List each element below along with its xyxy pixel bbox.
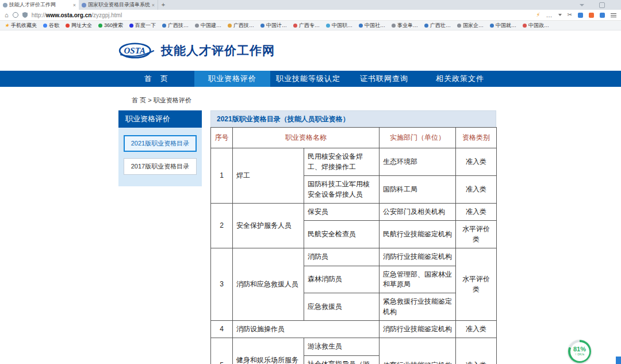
extensions-grid-icon[interactable] xyxy=(600,13,605,18)
row-category: 健身和娱乐场所服务人员 xyxy=(233,338,304,364)
bookmark-favicon xyxy=(98,24,102,28)
bookmark-item[interactable]: 中国政… xyxy=(523,22,549,29)
bookmark-label: 360搜索 xyxy=(104,22,123,29)
row-dept: 生态环境部 xyxy=(379,148,456,176)
bookmark-label: 广西壮… xyxy=(430,22,451,29)
tab-list-caret-icon[interactable] xyxy=(580,4,584,6)
url-scheme: http:// xyxy=(32,12,46,18)
breadcrumb-home-link[interactable]: 首 页 xyxy=(132,97,146,104)
menu-hamburger-icon[interactable] xyxy=(611,13,616,17)
tab-close-icon[interactable]: × xyxy=(152,2,155,8)
bookmark-item[interactable]: 360搜索 xyxy=(98,22,123,29)
bookmark-favicon xyxy=(359,24,363,28)
nav-item-qualification[interactable]: 职业资格评价 xyxy=(194,71,270,87)
row-type: 准入类 xyxy=(456,321,497,338)
row-type: 水平评价类 xyxy=(456,248,497,321)
bookmark-favicon xyxy=(293,24,297,28)
tab-title: 技能人才评价工作网 xyxy=(9,1,71,9)
bookmark-label: 百度一下 xyxy=(135,22,156,29)
row-name: 民用核安全设备焊工、焊接操作工 xyxy=(304,148,379,176)
edge-sidebar-handle[interactable] xyxy=(616,357,621,364)
speed-ball-inner: 81% ↑ 0K/s xyxy=(570,342,589,361)
sidebar-item-2021-catalog[interactable]: 2021版职业资格目录 xyxy=(124,135,197,152)
bookmark-label: 中国计… xyxy=(266,22,287,29)
sidebar: 职业资格评价 2021版职业资格目录 2017版职业资格目录 xyxy=(118,110,202,186)
bookmark-label: 事业单… xyxy=(397,22,418,29)
nav-item-policy[interactable]: 相关政策文件 xyxy=(422,71,498,87)
bookmark-item[interactable]: 中国社… xyxy=(359,22,385,29)
col-header-no: 序号 xyxy=(211,128,233,148)
breadcrumb-separator: > xyxy=(148,97,151,104)
tab-close-icon[interactable]: × xyxy=(73,2,76,8)
bookmark-item[interactable]: 中国职… xyxy=(326,22,352,29)
table-row: 4 消防设施操作员 消防行业技能鉴定机构 准入类 xyxy=(211,321,497,338)
new-tab-button[interactable]: + xyxy=(158,0,168,10)
accelerator-lightning-icon[interactable]: ⚡ xyxy=(536,12,540,18)
nav-item-skill-level[interactable]: 职业技能等级认定 xyxy=(270,71,346,87)
bookmark-favicon xyxy=(490,24,494,28)
bookmarks-bar: ★手机收藏夹 谷歌 网址大全 360搜索 百度一下 广西技… 中国建… 广西技…… xyxy=(0,21,621,30)
bookmark-favicon xyxy=(326,24,330,28)
row-name: 游泳救生员 xyxy=(304,338,379,355)
bookmark-item[interactable]: 中国计… xyxy=(260,22,287,29)
bookmark-item[interactable]: 广西专… xyxy=(293,22,320,29)
nav-item-home[interactable]: 首 页 xyxy=(118,71,194,87)
row-type: 准入类 xyxy=(456,148,497,176)
table-row: 2 安全保护服务人员 保安员 公安部门及相关机构 准入类 xyxy=(211,203,497,220)
row-name: 消防员 xyxy=(304,248,379,266)
speed-percent: 81% xyxy=(573,346,586,352)
row-dept: 国防科工局 xyxy=(379,176,456,204)
speed-rate: ↑ 0K/s xyxy=(575,352,585,357)
bookmark-item[interactable]: 中国就… xyxy=(490,22,516,29)
bookmark-item[interactable]: 国家企… xyxy=(457,22,484,29)
bookmark-label: 广西专… xyxy=(299,22,320,29)
bookmark-item[interactable]: 事业单… xyxy=(392,22,418,29)
bookmark-label: 中国职… xyxy=(332,22,352,29)
bookmark-favicon xyxy=(457,24,461,28)
folder-star-icon: ★ xyxy=(5,23,9,28)
bookmark-item[interactable]: ★手机收藏夹 xyxy=(5,22,37,29)
breadcrumb-current: 职业资格评价 xyxy=(154,97,191,104)
bookmark-item[interactable]: 广西技… xyxy=(228,22,254,29)
bookmark-item[interactable]: 中国建… xyxy=(195,22,221,29)
more-options-icon[interactable]: … xyxy=(546,14,553,16)
col-header-name: 职业资格名称 xyxy=(233,128,379,148)
reload-icon[interactable] xyxy=(13,12,18,18)
browser-tab-2[interactable]: 国家职业资格目录清单系统 × xyxy=(79,0,158,10)
row-category: 安全保护服务人员 xyxy=(233,203,304,248)
speed-ball[interactable]: 81% ↑ 0K/s xyxy=(568,340,591,363)
bookmark-item[interactable]: 广西壮… xyxy=(424,22,451,29)
bookmark-item[interactable]: 广西技… xyxy=(162,22,189,29)
bookmark-item[interactable]: 网址大全 xyxy=(66,22,92,29)
shield-icon[interactable] xyxy=(22,12,28,18)
col-header-dept: 实施部门（单位） xyxy=(379,128,456,148)
sidebar-body: 2021版职业资格目录 2017版职业资格目录 xyxy=(118,128,202,186)
nav-item-cert-query[interactable]: 证书联网查询 xyxy=(346,71,422,87)
table-row: 1 焊工 民用核安全设备焊工、焊接操作工 生态环境部 准入类 xyxy=(211,148,497,176)
browser-window: 技能人才评价工作网 × 国家职业资格目录清单系统 × + ⌂ http://ww… xyxy=(0,0,621,364)
apps-grid-icon[interactable] xyxy=(578,13,583,18)
screenshot-scissors-icon[interactable]: ✂ xyxy=(568,12,572,18)
browser-tab-1[interactable]: 技能人才评价工作网 × xyxy=(0,0,79,10)
table-row: 5 健身和娱乐场所服务人员 游泳救生员 体育行业技能鉴定机构 准入类 xyxy=(211,338,497,355)
bookmark-item[interactable]: 百度一下 xyxy=(129,22,156,29)
content-area: 职业资格评价 2021版职业资格目录 2017版职业资格目录 2021版职业资格… xyxy=(118,110,621,364)
home-icon[interactable]: ⌂ xyxy=(5,12,9,18)
bookmark-item[interactable]: 谷歌 xyxy=(43,22,59,29)
address-bar: ⌂ http://www.osta.org.cn/zyzgpj.html ⚡ …… xyxy=(0,10,621,21)
dropdown-caret-icon[interactable] xyxy=(558,14,562,16)
favorites-icon[interactable] xyxy=(589,13,594,18)
sidebar-item-2017-catalog[interactable]: 2017版职业资格目录 xyxy=(124,158,197,175)
tab-favicon xyxy=(3,3,7,7)
osta-logo: OSTA xyxy=(118,42,155,59)
bookmark-label: 中国建… xyxy=(201,22,221,29)
bookmark-favicon xyxy=(424,24,428,28)
row-name: 民航安全检查员 xyxy=(304,221,379,248)
row-no: 4 xyxy=(211,321,233,338)
window-restore-icon[interactable] xyxy=(599,2,605,8)
row-name: 应急救援员 xyxy=(304,293,379,321)
site-title: 技能人才评价工作网 xyxy=(161,43,275,59)
bookmark-label: 中国社… xyxy=(365,22,385,29)
row-type: 水平评价类 xyxy=(456,221,497,248)
url-field[interactable]: http://www.osta.org.cn/zyzgpj.html xyxy=(32,12,122,18)
